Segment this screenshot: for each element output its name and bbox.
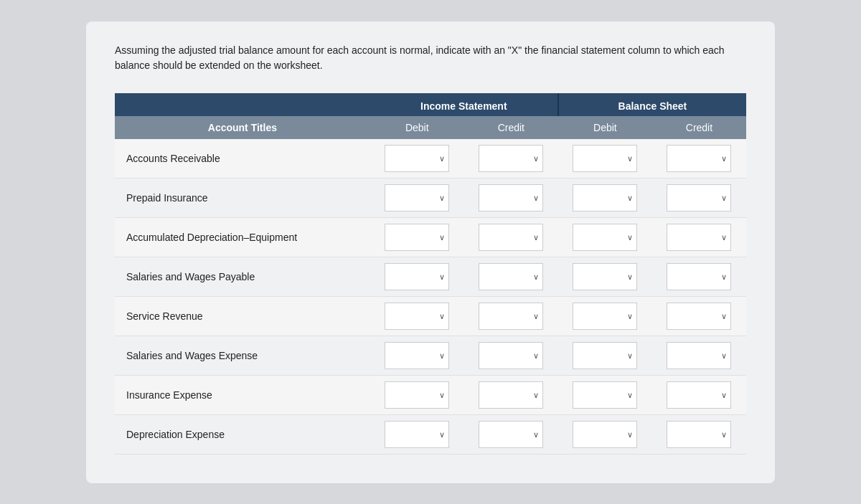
is-debit-header: Debit [370, 116, 464, 139]
is-credit-dropdown-cell: X [464, 179, 558, 218]
bs-debit-dropdown-cell: X [558, 336, 652, 376]
is-credit-dropdown[interactable]: X [479, 421, 543, 448]
is-credit-dropdown[interactable]: X [479, 145, 543, 172]
table-row: Insurance ExpenseXXXX [115, 376, 746, 415]
is-credit-dropdown-cell: X [464, 376, 558, 415]
is-credit-dropdown-wrapper: X [479, 145, 543, 172]
bs-debit-dropdown[interactable]: X [573, 145, 637, 172]
is-debit-dropdown-cell: X [370, 415, 464, 455]
header-row-column-labels: Account Titles Debit Credit Debit Credit [115, 116, 746, 139]
is-credit-header: Credit [464, 116, 558, 139]
bs-debit-dropdown-cell: X [558, 139, 652, 179]
bs-debit-dropdown-wrapper: X [573, 145, 637, 172]
bs-credit-dropdown-wrapper: X [667, 303, 731, 330]
income-statement-header: Income Statement [370, 93, 558, 116]
is-debit-dropdown-wrapper: X [385, 342, 449, 369]
bs-credit-dropdown[interactable]: X [667, 263, 731, 290]
bs-credit-dropdown[interactable]: X [667, 421, 731, 448]
bs-credit-dropdown[interactable]: X [667, 381, 731, 409]
bs-debit-dropdown-cell: X [558, 179, 652, 218]
is-credit-dropdown-wrapper: X [479, 263, 543, 290]
is-debit-dropdown[interactable]: X [385, 263, 449, 290]
header-row-group-labels: Income Statement Balance Sheet [115, 93, 746, 116]
bs-credit-dropdown-wrapper: X [667, 263, 731, 290]
bs-debit-dropdown[interactable]: X [573, 421, 637, 448]
is-credit-dropdown-wrapper: X [479, 184, 543, 211]
account-titles-header: Account Titles [115, 116, 370, 139]
bs-debit-dropdown-wrapper: X [573, 421, 637, 448]
bs-credit-header: Credit [652, 116, 746, 139]
is-debit-dropdown[interactable]: X [385, 145, 449, 172]
bs-credit-dropdown-cell: X [652, 139, 746, 179]
worksheet-table: Income Statement Balance Sheet Account T… [115, 93, 746, 455]
is-debit-dropdown-cell: X [370, 179, 464, 218]
bs-credit-dropdown-cell: X [652, 297, 746, 336]
is-debit-dropdown[interactable]: X [385, 224, 449, 251]
bs-debit-dropdown[interactable]: X [573, 342, 637, 369]
is-credit-dropdown-cell: X [464, 297, 558, 336]
is-credit-dropdown-wrapper: X [479, 421, 543, 448]
bs-debit-dropdown-wrapper: X [573, 381, 637, 409]
bs-debit-header: Debit [558, 116, 652, 139]
is-debit-dropdown-wrapper: X [385, 145, 449, 172]
page-container: Assuming the adjusted trial balance amou… [86, 22, 775, 483]
is-credit-dropdown-wrapper: X [479, 224, 543, 251]
is-debit-dropdown[interactable]: X [385, 381, 449, 409]
table-row: Prepaid InsuranceXXXX [115, 179, 746, 218]
is-credit-dropdown[interactable]: X [479, 184, 543, 211]
is-debit-dropdown-wrapper: X [385, 421, 449, 448]
bs-debit-dropdown-cell: X [558, 297, 652, 336]
is-credit-dropdown-wrapper: X [479, 303, 543, 330]
table-row: Service RevenueXXXX [115, 297, 746, 336]
account-name-cell: Depreciation Expense [115, 415, 370, 455]
is-debit-dropdown[interactable]: X [385, 342, 449, 369]
bs-debit-dropdown-cell: X [558, 257, 652, 297]
account-name-cell: Salaries and Wages Payable [115, 257, 370, 297]
bs-debit-dropdown[interactable]: X [573, 263, 637, 290]
empty-header [115, 93, 370, 116]
is-credit-dropdown[interactable]: X [479, 263, 543, 290]
is-credit-dropdown-cell: X [464, 415, 558, 455]
is-debit-dropdown[interactable]: X [385, 421, 449, 448]
table-row: Accounts ReceivableXXXX [115, 139, 746, 179]
is-credit-dropdown-cell: X [464, 336, 558, 376]
is-credit-dropdown[interactable]: X [479, 224, 543, 251]
is-debit-dropdown-wrapper: X [385, 224, 449, 251]
bs-credit-dropdown-cell: X [652, 376, 746, 415]
bs-credit-dropdown-wrapper: X [667, 145, 731, 172]
bs-credit-dropdown[interactable]: X [667, 224, 731, 251]
bs-credit-dropdown-wrapper: X [667, 342, 731, 369]
bs-credit-dropdown[interactable]: X [667, 184, 731, 211]
is-debit-dropdown-wrapper: X [385, 303, 449, 330]
bs-debit-dropdown-cell: X [558, 376, 652, 415]
table-row: Salaries and Wages ExpenseXXXX [115, 336, 746, 376]
is-credit-dropdown[interactable]: X [479, 303, 543, 330]
is-credit-dropdown[interactable]: X [479, 381, 543, 409]
table-row: Depreciation ExpenseXXXX [115, 415, 746, 455]
is-debit-dropdown-cell: X [370, 218, 464, 257]
bs-credit-dropdown[interactable]: X [667, 145, 731, 172]
bs-credit-dropdown-wrapper: X [667, 381, 731, 409]
bs-debit-dropdown[interactable]: X [573, 381, 637, 409]
bs-debit-dropdown-cell: X [558, 415, 652, 455]
instructions-text: Assuming the adjusted trial balance amou… [115, 43, 746, 73]
bs-credit-dropdown[interactable]: X [667, 342, 731, 369]
bs-debit-dropdown-wrapper: X [573, 263, 637, 290]
bs-credit-dropdown[interactable]: X [667, 303, 731, 330]
is-debit-dropdown-cell: X [370, 139, 464, 179]
bs-debit-dropdown[interactable]: X [573, 184, 637, 211]
is-debit-dropdown[interactable]: X [385, 184, 449, 211]
bs-credit-dropdown-wrapper: X [667, 421, 731, 448]
account-name-cell: Salaries and Wages Expense [115, 336, 370, 376]
bs-debit-dropdown-wrapper: X [573, 224, 637, 251]
is-debit-dropdown[interactable]: X [385, 303, 449, 330]
is-debit-dropdown-wrapper: X [385, 263, 449, 290]
bs-debit-dropdown[interactable]: X [573, 224, 637, 251]
bs-credit-dropdown-cell: X [652, 179, 746, 218]
account-name-cell: Insurance Expense [115, 376, 370, 415]
bs-debit-dropdown-wrapper: X [573, 303, 637, 330]
bs-debit-dropdown-cell: X [558, 218, 652, 257]
bs-debit-dropdown[interactable]: X [573, 303, 637, 330]
bs-credit-dropdown-cell: X [652, 218, 746, 257]
is-credit-dropdown[interactable]: X [479, 342, 543, 369]
